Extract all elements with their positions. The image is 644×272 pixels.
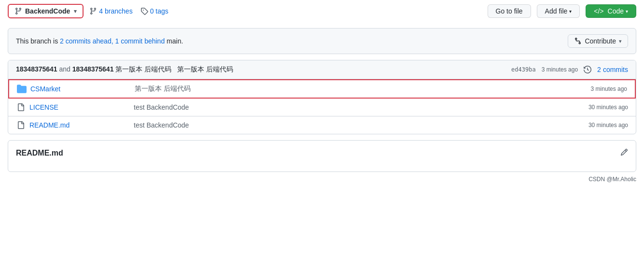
commits-behind-label: commit behind bbox=[121, 37, 165, 45]
file-icon-readme bbox=[16, 120, 26, 130]
author1-link[interactable]: 18348375641 bbox=[16, 65, 57, 73]
commits-behind-count: 1 bbox=[115, 37, 119, 45]
license-commit-msg: test BackendCode bbox=[126, 103, 570, 111]
contribute-chevron: ▾ bbox=[619, 38, 622, 44]
contribute-label: Contribute bbox=[585, 37, 616, 45]
commits-ahead-count: 2 bbox=[60, 37, 64, 45]
file-table-header: 18348375641 and 18348375641 第一版本 后端代码 第一… bbox=[8, 60, 636, 79]
license-link[interactable]: LICENSE bbox=[29, 103, 126, 111]
tags-count-link[interactable]: 0 tags bbox=[150, 7, 168, 15]
header-commit-message: 第一版本 后端代码 bbox=[115, 65, 171, 73]
commits-behind-link[interactable]: 1 commit behind bbox=[115, 37, 167, 45]
author2-link[interactable]: 18348375641 bbox=[72, 65, 114, 73]
add-file-chevron: ▾ bbox=[569, 9, 572, 14]
commits-label: commits bbox=[603, 66, 628, 73]
connector: and bbox=[59, 65, 70, 73]
csmarket-commit-msg: 第一版本 后端代码 bbox=[127, 85, 569, 93]
add-file-label: Add file bbox=[545, 7, 568, 15]
tags-count: 0 bbox=[150, 7, 154, 15]
code-label: Code bbox=[608, 7, 624, 15]
contribute-icon bbox=[574, 37, 582, 45]
branches-meta-item: 4 branches bbox=[89, 7, 132, 15]
branch-meta: 4 branches 0 tags bbox=[89, 7, 168, 15]
add-file-button[interactable]: Add file ▾ bbox=[537, 4, 580, 18]
file-row-license: LICENSE test BackendCode 30 minutes ago bbox=[8, 99, 636, 116]
commits-ahead-link[interactable]: 2 commits ahead, bbox=[60, 37, 115, 45]
code-chevron: ▾ bbox=[626, 9, 628, 14]
file-table: 18348375641 and 18348375641 第一版本 后端代码 第一… bbox=[8, 60, 636, 134]
branches-label: branches bbox=[105, 7, 133, 15]
readme-header: README.md bbox=[16, 148, 628, 158]
branch-name-label: BackendCode bbox=[25, 7, 70, 15]
csmarket-time: 3 minutes ago bbox=[569, 86, 627, 92]
file-row-readme: README.md test BackendCode 30 minutes ag… bbox=[8, 116, 636, 134]
file-icon-license bbox=[16, 102, 26, 112]
license-time: 30 minutes ago bbox=[570, 104, 628, 111]
branches-count: 4 bbox=[99, 7, 103, 15]
commit-authors: 18348375641 and 18348375641 第一版本 后端代码 bbox=[16, 65, 171, 74]
branch-selector-button[interactable]: BackendCode ▾ bbox=[8, 4, 84, 18]
code-icon: </> bbox=[594, 7, 603, 15]
readme-link[interactable]: README.md bbox=[29, 121, 126, 129]
readme-title: README.md bbox=[16, 149, 63, 157]
csmarket-link[interactable]: CSMarket bbox=[30, 85, 127, 93]
ahead-behind-bar: This branch is 2 commits ahead, 1 commit… bbox=[8, 28, 636, 54]
code-button[interactable]: </> Code ▾ bbox=[586, 4, 636, 18]
tags-label: tags bbox=[155, 7, 168, 15]
tags-meta-item: 0 tags bbox=[140, 7, 168, 15]
branch-selector-chevron: ▾ bbox=[74, 8, 77, 14]
file-row-csmarket: CSMarket 第一版本 后端代码 3 minutes ago bbox=[8, 79, 636, 99]
page-footer: CSDN @Mr.Aholic bbox=[8, 172, 636, 186]
commits-count-link[interactable]: 2 commits bbox=[597, 66, 628, 73]
footer-text: CSDN @Mr.Aholic bbox=[588, 176, 636, 183]
ahead-behind-text: This branch is 2 commits ahead, 1 commit… bbox=[16, 37, 183, 45]
commit-message-text: 第一版本 后端代码 bbox=[177, 65, 233, 74]
folder-icon bbox=[17, 84, 27, 94]
branch-count-icon bbox=[89, 7, 97, 15]
text-before: This branch is bbox=[16, 37, 58, 45]
header-time-ago: 3 minutes ago bbox=[542, 66, 578, 73]
readme-section: README.md bbox=[8, 140, 636, 172]
branches-count-link[interactable]: 4 branches bbox=[99, 7, 132, 15]
commit-hash: ed439ba bbox=[511, 66, 536, 73]
commit-time-section: ed439ba 3 minutes ago 2 commits bbox=[511, 66, 628, 73]
git-branch-icon bbox=[14, 7, 22, 15]
branch-bar: BackendCode ▾ 4 branches 0 tags bbox=[8, 0, 636, 22]
commits-count: 2 bbox=[597, 66, 601, 73]
tag-icon bbox=[140, 7, 148, 15]
contribute-button[interactable]: Contribute ▾ bbox=[568, 34, 628, 48]
go-to-file-button[interactable]: Go to file bbox=[488, 4, 531, 18]
text-after: main. bbox=[167, 37, 183, 45]
readme-edit-icon[interactable] bbox=[620, 148, 628, 158]
readme-time: 30 minutes ago bbox=[570, 122, 628, 129]
readme-commit-msg: test BackendCode bbox=[126, 121, 570, 129]
history-icon bbox=[584, 66, 591, 73]
commits-ahead-label: commits ahead, bbox=[66, 37, 113, 45]
